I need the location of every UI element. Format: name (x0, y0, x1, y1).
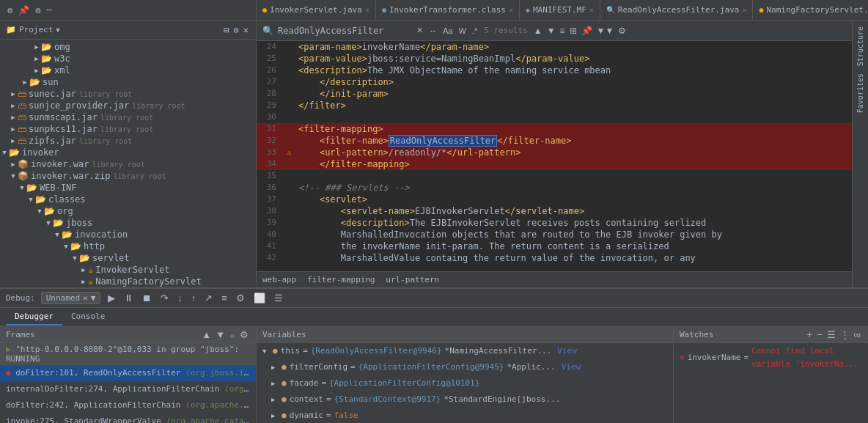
sidebar-structure-icon[interactable]: Structure (855, 23, 866, 69)
code-editor[interactable]: 24 <param-name>invokerName</param-name> … (257, 41, 852, 271)
search-matchcase-btn[interactable]: Aa (441, 25, 455, 37)
tree-item-servlet[interactable]: ▼ 📂 servlet (0, 252, 256, 264)
tree-item-classes[interactable]: ▼ 📂 classes (0, 194, 256, 205)
tab-invokertransformer[interactable]: ● InvokerTransformer.class ✕ (376, 0, 520, 20)
search-input[interactable] (278, 26, 410, 36)
tree-item-w3c[interactable]: ▶ 📂 w3c (0, 53, 256, 65)
dropdown-arrow[interactable]: ▼ (56, 26, 59, 34)
debug-step-out-btn[interactable]: ↑ (190, 291, 198, 305)
tree-item-invoker-war[interactable]: ▶ 📦 invoker.war library root (0, 158, 256, 170)
tree-item-invoker-war-zip[interactable]: ▼ 📦 invoker.war.zip library root (0, 170, 256, 182)
search-prev-btn[interactable]: ▲ (532, 24, 544, 37)
tree-item-xml[interactable]: ▶ 📂 xml (0, 65, 256, 76)
var-view-link[interactable]: View (562, 361, 581, 374)
watch-settings-btn[interactable]: ⋮ (839, 328, 851, 342)
debug-step-into-btn[interactable]: ↓ (176, 291, 184, 305)
tab-namingfactoryservlet[interactable]: ● NamingFactoryServlet.java ✕ (753, 0, 868, 20)
tree-item-webinf[interactable]: ▼ 📂 WEB-INF (0, 182, 256, 194)
frame-item-3[interactable]: invoke:275, StandardWrapperValve (org.ap… (0, 413, 256, 423)
gear-small-icon[interactable]: ⚙ (232, 23, 240, 37)
tree-item-invokerservlet-file[interactable]: ▶ ☕ InvokerServlet (0, 264, 256, 276)
tree-item-sun[interactable]: ▶ 📂 sun (0, 76, 256, 88)
session-dropdown-icon[interactable]: ▼ (91, 293, 96, 303)
watch-add-btn[interactable]: + (806, 328, 814, 342)
debug-session-selector[interactable]: Unnamed ✕ ▼ (41, 292, 101, 304)
tree-item-sunec[interactable]: ▶ 🗃 sunec.jar library root (0, 88, 256, 100)
tree-item-sunpkcs[interactable]: ▶ 🗃 sunpkcs11.jar library root (0, 123, 256, 135)
watch-item-invokername[interactable]: ✕ invokerName = Cannot find local variab… (674, 343, 868, 372)
debug-tab-bar: Debugger Console (0, 308, 868, 327)
tab-invokerservlet[interactable]: ● InvokerServlet.java ✕ (257, 0, 376, 20)
frame-item-1[interactable]: internalDoFilter:274, ApplicationFilterC… (0, 381, 256, 397)
console-tab[interactable]: Console (62, 309, 114, 325)
search-options-btn[interactable]: ⚙ (617, 24, 628, 37)
collapse-icon[interactable]: ⊟ (222, 23, 230, 37)
breadcrumb-part-1[interactable]: web-app (262, 275, 296, 284)
var-item-filterconfig[interactable]: ▶ ● filterConfig = {ApplicationFilterCon… (257, 359, 673, 375)
tree-item-http[interactable]: ▼ 📂 http (0, 240, 256, 252)
search-pin-btn[interactable]: 📌 (580, 24, 594, 37)
close-panel-icon[interactable]: ✕ (242, 23, 250, 37)
var-item-this[interactable]: ▼ ● this = {ReadOnlyAccessFilter@9946} *… (257, 343, 673, 359)
watch-eval-btn[interactable]: ∞ (853, 328, 862, 342)
code-line-38: 38 <servlet-name>EJBInvokerServlet</serv… (257, 205, 852, 217)
search-all-btn[interactable]: ≡ (559, 24, 567, 37)
tab-close-readonlyaccessfilter[interactable]: ✕ (742, 6, 746, 14)
debug-run-cursor-btn[interactable]: ↗ (203, 291, 214, 305)
debug-resume-btn[interactable]: ▶ (106, 291, 117, 305)
watch-remove-btn[interactable]: − (815, 328, 824, 342)
tab-close-invokertransformer[interactable]: ✕ (509, 6, 513, 14)
tree-item-invocation[interactable]: ▼ 📂 invocation (0, 229, 256, 240)
tree-item-zipfs[interactable]: ▶ 🗃 zipfs.jar library root (0, 135, 256, 147)
line-number: 36 (257, 182, 282, 194)
sidebar-favorites-icon[interactable]: Favorites (855, 70, 866, 116)
search-next-btn[interactable]: ▼ (545, 24, 557, 37)
search-close-btn[interactable]: ✕ (414, 24, 425, 37)
debugger-tab[interactable]: Debugger (6, 309, 62, 325)
debug-step-over-btn[interactable]: ↷ (159, 291, 170, 305)
tree-item-omg[interactable]: ▶ 📂 omg (0, 41, 256, 53)
debug-memory-btn[interactable]: ⬜ (252, 291, 267, 305)
tree-item-sunmscapi[interactable]: ▶ 🗃 sunmscapi.jar library root (0, 111, 256, 123)
breadcrumb-part-3[interactable]: url-pattern (386, 275, 439, 284)
tab-close-manifest[interactable]: ✕ (589, 6, 594, 14)
session-close-icon[interactable]: ✕ (83, 293, 88, 303)
gear-icon[interactable]: ⚙ (34, 4, 42, 17)
settings-icon[interactable]: ⚙ (6, 4, 14, 17)
var-item-facade[interactable]: ▶ ● facade = {ApplicationFilterConfig@10… (257, 375, 673, 391)
tree-item-invoker[interactable]: ▼ 📂 invoker (0, 147, 256, 158)
frame-down-btn[interactable]: ▼ (214, 328, 227, 342)
search-regex-btn[interactable]: .* (470, 25, 479, 37)
var-item-context[interactable]: ▶ ● context = {StandardContext@9917} *St… (257, 391, 673, 408)
var-type: {ApplicationFilterConfig@10101} (329, 377, 479, 390)
search-filter-btn[interactable]: ▼▼ (595, 24, 616, 37)
line-content: <description>The JMX ObjectName of the n… (295, 65, 852, 76)
tab-readonlyaccessfilter[interactable]: 🔍 ReadOnlyAccessFilter.java ✕ (600, 0, 754, 20)
tree-item-jboss[interactable]: ▼ 📂 jboss (0, 217, 256, 229)
debug-pause-btn[interactable]: ⏸ (122, 291, 135, 305)
tab-label: InvokerServlet.java (270, 5, 362, 15)
tab-close-invokerservlet[interactable]: ✕ (365, 6, 369, 14)
debug-stop-btn[interactable]: ⏹ (141, 291, 153, 305)
tree-item-namingfactory-file[interactable]: ▶ ☕ NamingFactoryServlet (0, 276, 256, 287)
debug-settings-btn[interactable]: ⚙ (235, 291, 246, 305)
var-item-dynamic[interactable]: ▶ ● dynamic = false (257, 408, 673, 423)
tree-item-org[interactable]: ▼ 📂 org (0, 205, 256, 217)
debug-layout-btn[interactable]: ☰ (273, 291, 284, 305)
frame-filter-btn[interactable]: ⬦ (228, 328, 237, 342)
debug-eval-btn[interactable]: ≡ (220, 291, 229, 305)
watch-copy-btn[interactable]: ☰ (825, 328, 837, 342)
frame-item-2[interactable]: doFilter:242, ApplicationFilterChain (or… (0, 397, 256, 413)
search-context-btn[interactable]: ⊞ (568, 24, 578, 37)
frame-up-btn[interactable]: ▲ (200, 328, 213, 342)
minus-icon[interactable]: ─ (45, 4, 53, 17)
tab-manifest[interactable]: ◆ MANIFEST.MF ✕ (520, 0, 600, 20)
frame-settings-btn[interactable]: ⚙ (238, 328, 250, 342)
search-word-btn[interactable]: W (456, 25, 468, 37)
pin-icon[interactable]: 📌 (17, 4, 31, 17)
tree-item-sunjce[interactable]: ▶ 🗃 sunjce_provider.jar library root (0, 100, 256, 111)
search-replace-btn[interactable]: ↔ (427, 25, 439, 37)
frame-item-0[interactable]: ● doFilter:101, ReadOnlyAccessFilter (or… (0, 365, 256, 381)
breadcrumb-part-2[interactable]: filter-mapping (307, 275, 375, 284)
var-view-link[interactable]: View (557, 345, 577, 358)
